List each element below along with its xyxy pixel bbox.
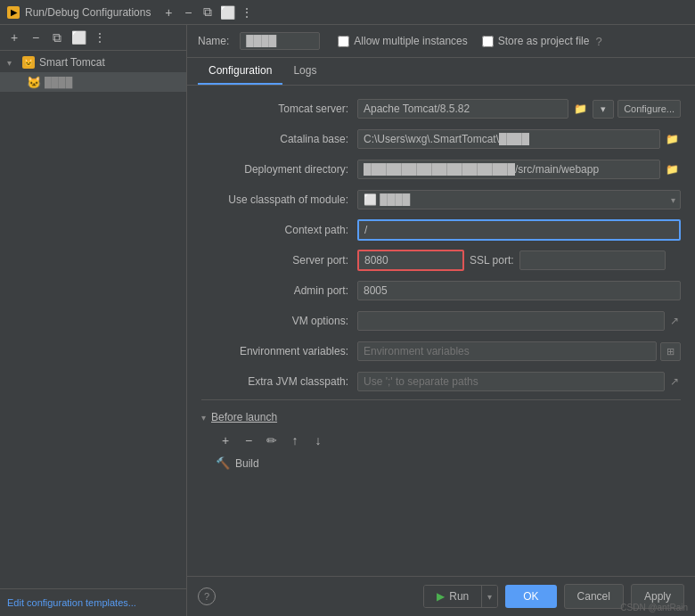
classpath-module-select[interactable]: ⬜ ████ bbox=[357, 190, 681, 209]
admin-port-control bbox=[357, 281, 681, 300]
env-vars-label: Environment variables: bbox=[201, 345, 357, 357]
env-vars-input[interactable] bbox=[357, 341, 657, 361]
deployment-dir-control: 📁 bbox=[357, 160, 681, 179]
admin-port-row: Admin port: bbox=[201, 278, 681, 303]
catalina-base-input[interactable] bbox=[357, 129, 660, 149]
catalina-base-label: Catalina base: bbox=[201, 133, 357, 145]
admin-port-label: Admin port: bbox=[201, 284, 357, 297]
tomcat-dropdown-btn[interactable]: ▾ bbox=[593, 100, 614, 119]
extra-jvm-label: Extra JVM classpath: bbox=[201, 375, 357, 388]
allow-multiple-instances-label: Allow multiple instances bbox=[354, 35, 467, 47]
server-port-group: SSL port: bbox=[357, 250, 666, 271]
header-options: Allow multiple instances Store as projec… bbox=[338, 35, 601, 48]
ok-btn[interactable]: OK bbox=[505, 585, 556, 608]
catalina-folder-icon[interactable]: 📁 bbox=[664, 131, 681, 147]
vm-options-control: ↗ bbox=[357, 311, 681, 331]
context-path-row: Context path: bbox=[201, 218, 681, 242]
sidebar-copy-btn[interactable]: ⧉ bbox=[48, 29, 66, 46]
add-config-btn[interactable]: + bbox=[161, 5, 176, 20]
deployment-dir-input[interactable] bbox=[357, 160, 660, 179]
before-launch-header: ▾ Before launch bbox=[201, 407, 681, 427]
name-input[interactable] bbox=[240, 32, 320, 50]
classpath-module-select-wrapper: ⬜ ████ bbox=[357, 190, 681, 209]
vm-options-label: VM options: bbox=[201, 315, 357, 327]
before-launch-arrow-icon[interactable]: ▾ bbox=[201, 413, 206, 423]
run-btn[interactable]: ▶ Run bbox=[424, 586, 481, 607]
vm-expand-icon[interactable]: ↗ bbox=[668, 313, 681, 329]
more-btn[interactable]: ⋮ bbox=[240, 5, 254, 20]
run-btn-group: ▶ Run ▾ bbox=[423, 585, 498, 608]
title-bar-controls: + − ⧉ ⬜ ⋮ bbox=[161, 5, 254, 20]
ssl-port-label: SSL port: bbox=[470, 254, 514, 267]
window-title: Run/Debug Configurations bbox=[25, 6, 151, 19]
edit-templates-link[interactable]: Edit configuration templates... bbox=[7, 597, 136, 608]
env-vars-btn[interactable]: ⊞ bbox=[660, 342, 681, 361]
before-launch-toolbar: + − ✏ ↑ ↓ bbox=[201, 427, 681, 454]
before-launch-add-btn[interactable]: + bbox=[216, 431, 235, 450]
sidebar-more-btn[interactable]: ⋮ bbox=[91, 29, 109, 46]
tab-logs[interactable]: Logs bbox=[282, 58, 327, 85]
deployment-dir-row: Deployment directory: 📁 bbox=[201, 157, 681, 182]
context-path-input[interactable] bbox=[357, 219, 681, 241]
title-bar: ▶ Run/Debug Configurations + − ⧉ ⬜ ⋮ bbox=[0, 0, 695, 25]
store-help-icon[interactable]: ? bbox=[595, 35, 601, 48]
build-icon: 🔨 bbox=[216, 456, 230, 470]
content-area: Name: Allow multiple instances Store as … bbox=[187, 25, 695, 616]
tree-child-label: ████ bbox=[45, 77, 72, 87]
catalina-base-row: Catalina base: 📁 bbox=[201, 127, 681, 152]
allow-multiple-instances-group: Allow multiple instances bbox=[338, 35, 467, 47]
run-dropdown-btn[interactable]: ▾ bbox=[481, 586, 497, 607]
extra-jvm-input[interactable] bbox=[357, 372, 665, 391]
tree-child-item[interactable]: 🐱 ████ bbox=[0, 72, 186, 92]
tomcat-server-control: 📁 ▾ Configure... bbox=[357, 99, 681, 119]
sidebar-move-btn[interactable]: ⬜ bbox=[70, 29, 87, 46]
remove-config-btn[interactable]: − bbox=[181, 5, 195, 20]
deploy-folder-icon[interactable]: 📁 bbox=[664, 161, 681, 177]
tree-item-label: Smart Tomcat bbox=[39, 56, 105, 69]
before-launch-edit-btn[interactable]: ✏ bbox=[262, 431, 282, 450]
name-label: Name: bbox=[198, 35, 229, 47]
before-launch-section: ▾ Before launch + − ✏ ↑ ↓ 🔨 Build bbox=[201, 399, 681, 480]
env-vars-row: Environment variables: ⊞ bbox=[201, 339, 681, 364]
before-launch-up-btn[interactable]: ↑ bbox=[285, 431, 305, 450]
vm-options-input[interactable] bbox=[357, 311, 665, 331]
sidebar-toolbar: + − ⧉ ⬜ ⋮ bbox=[0, 25, 186, 51]
main-layout: + − ⧉ ⬜ ⋮ ▾ 🐱 Smart Tomcat 🐱 ███ bbox=[0, 25, 695, 616]
configure-btn[interactable]: Configure... bbox=[617, 100, 681, 118]
extra-jvm-row: Extra JVM classpath: ↗ bbox=[201, 369, 681, 394]
build-item: 🔨 Build bbox=[201, 454, 681, 472]
copy-config-btn[interactable]: ⧉ bbox=[200, 5, 215, 20]
tomcat-folder-icon[interactable]: 📁 bbox=[572, 101, 589, 117]
tomcat-server-input[interactable] bbox=[357, 99, 568, 119]
allow-multiple-instances-checkbox[interactable] bbox=[338, 36, 349, 47]
sidebar-tree: ▾ 🐱 Smart Tomcat 🐱 ████ bbox=[0, 51, 186, 588]
before-launch-down-btn[interactable]: ↓ bbox=[308, 431, 328, 450]
store-as-project-file-label: Store as project file bbox=[498, 35, 590, 47]
server-port-label: Server port: bbox=[201, 254, 357, 267]
deployment-dir-label: Deployment directory: bbox=[201, 163, 357, 176]
cancel-btn[interactable]: Cancel bbox=[564, 584, 624, 609]
extra-jvm-expand-icon[interactable]: ↗ bbox=[668, 374, 681, 390]
context-path-control bbox=[357, 219, 681, 241]
sidebar-remove-btn[interactable]: − bbox=[27, 29, 45, 46]
store-as-project-file-checkbox[interactable] bbox=[482, 36, 494, 47]
tomcat-server-row: Tomcat server: 📁 ▾ Configure... bbox=[201, 96, 681, 121]
tomcat-child-icon: 🐱 bbox=[27, 75, 41, 89]
tree-arrow-icon: ▾ bbox=[7, 58, 18, 68]
sidebar-footer: Edit configuration templates... bbox=[0, 588, 186, 616]
ssl-port-input[interactable] bbox=[519, 251, 666, 270]
template-btn[interactable]: ⬜ bbox=[220, 5, 234, 20]
run-btn-label: Run bbox=[449, 590, 469, 603]
catalina-base-control: 📁 bbox=[357, 129, 681, 149]
tabs-row: Configuration Logs bbox=[187, 58, 695, 86]
tab-configuration[interactable]: Configuration bbox=[198, 58, 282, 85]
build-label: Build bbox=[235, 457, 259, 470]
help-button[interactable]: ? bbox=[198, 587, 216, 605]
tree-item-smart-tomcat[interactable]: ▾ 🐱 Smart Tomcat bbox=[0, 53, 186, 72]
before-launch-remove-btn[interactable]: − bbox=[239, 431, 258, 450]
run-arrow-icon: ▶ bbox=[437, 590, 445, 603]
server-port-input[interactable] bbox=[357, 250, 464, 271]
app-icon: ▶ bbox=[7, 6, 20, 19]
sidebar-add-btn[interactable]: + bbox=[5, 29, 23, 46]
admin-port-input[interactable] bbox=[357, 281, 681, 300]
